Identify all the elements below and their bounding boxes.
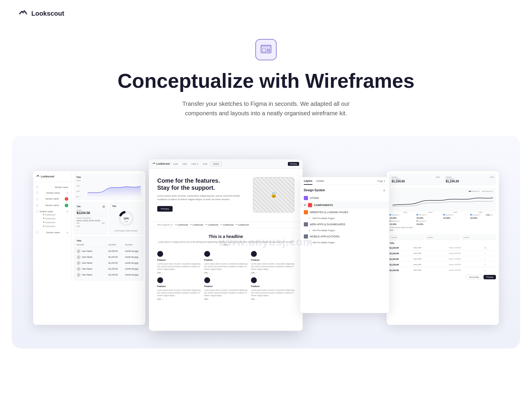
svg-rect-2 [262, 49, 266, 52]
sidebar-item-6[interactable]: Section name ∨ [33, 230, 71, 235]
sub-dot-4 [43, 226, 44, 227]
components-check: ✓ [304, 203, 306, 207]
billing-header-3: Header [462, 235, 496, 240]
avatar-4: ● [77, 267, 81, 271]
page-tab[interactable]: Page ∨ [377, 179, 385, 185]
sidebar-badge-1: ! [65, 197, 68, 201]
logo[interactable]: Lookscout [18, 8, 64, 19]
billing-header-label-3: Header [463, 236, 494, 238]
websites-label: WEBSITES & LANDING PAGES [310, 211, 348, 214]
donut-lorem: Lorem ipsum dolor sit amet. [112, 230, 140, 232]
col-empty [443, 220, 469, 222]
assets-tab[interactable]: Assets [316, 179, 324, 185]
layers-item-webapps[interactable]: WEB APPS & DASHBOARDS [300, 221, 389, 228]
layers-sub-webapps: ↳ 444 Pre-Made Pages [300, 228, 389, 233]
feature-3: Feature Lorem ipsum dolor sit amet, cons… [251, 251, 294, 274]
layers-item-mobile[interactable]: MOBILE APPLICATIONS [300, 233, 389, 240]
feature-icon-1 [157, 251, 163, 257]
feature-text-6: Lorem ipsum dolor sit amet, consectetur … [251, 289, 294, 297]
layers-item-atoms[interactable]: ATOMS [300, 194, 389, 202]
nav-btn-primary[interactable]: Primary [288, 162, 299, 166]
feature-1: Feature Lorem ipsum dolor sit amet, cons… [157, 251, 201, 274]
feature-icon-6 [251, 277, 257, 283]
features-grid: Feature Lorem ipsum dolor sit amet, cons… [157, 251, 294, 300]
nav-link-2[interactable]: Link [181, 162, 188, 166]
feature-link-4[interactable]: Link → [157, 298, 201, 300]
feature-link-3[interactable]: Link → [251, 272, 294, 274]
nav-link-1[interactable]: Link [172, 162, 179, 166]
nav-link-3[interactable]: Link ∨ [190, 162, 200, 166]
layers-tab[interactable]: Layers [304, 179, 312, 185]
supporter-4: Lookscout [220, 224, 233, 226]
hero-title: Conceptualize with Wireframes [18, 70, 514, 92]
card1-link[interactable]: Link → [77, 225, 105, 227]
sidebar-item-4[interactable]: Section name + [33, 202, 71, 209]
table-user-2: ● User Name [77, 255, 107, 259]
layers-section-title: Design System [304, 189, 325, 192]
billing-title: Title [390, 242, 496, 244]
feature-link-5[interactable]: Link → [204, 298, 248, 300]
data-row-2: 12.34% 12.34% [390, 223, 496, 225]
left-card-grid: Title ⊞ RANK $1234.56 NAME SUMMARY XXXX … [74, 202, 143, 234]
feature-link-1[interactable]: Link → [157, 272, 201, 274]
layers-add-button[interactable]: + [383, 188, 385, 193]
svg-rect-4 [267, 51, 270, 52]
billing-row-1: $1,234.56 Visa 1234 Expire 24/2032 ⊙ [390, 246, 496, 250]
feature-text-3: Lorem ipsum dolor sit amet, consectetur … [251, 262, 294, 270]
sidebar-item-3[interactable]: Section name ! [33, 196, 71, 202]
billing-amount-5: $1,234.56 [390, 269, 413, 271]
layers-item-components[interactable]: ✓ COMPONENTS [300, 202, 389, 209]
stat-value-2: $1,234.39 [446, 180, 494, 183]
billing-card-1: Visa 1234 [413, 247, 448, 249]
avatar-3: ● [77, 261, 81, 265]
center-screenshot: Lookscout Link Link Link ∨ Link Button P… [149, 159, 303, 331]
billing-card-3: Visa 1234 [413, 258, 448, 260]
data-row-1: 12.34% 12.34% 12.34% 12.34% [390, 217, 496, 219]
feature-link-6[interactable]: Link → [251, 298, 294, 300]
hero-icon-wrap [18, 39, 514, 60]
billing-amount-2: $1,234.56 [390, 252, 413, 255]
billing-section: Header Header Header Title $1,234.56 Vis [387, 235, 499, 279]
table-user-1: ● User Name [77, 249, 107, 253]
far-right-link[interactable]: Link → [390, 229, 496, 231]
hero-section: Conceptualize with Wireframes Transfer y… [0, 27, 532, 136]
sidebar-sub-2: Subsection [42, 217, 59, 221]
center-nav-logo: Lookscout [153, 162, 170, 165]
link-badge[interactable]: Link → [485, 214, 493, 216]
billing-icon-3: ○ [484, 258, 496, 260]
billing-amount-1: $1,234.56 [390, 247, 413, 249]
card-numbers: XXXX XXXX XXXX XXXX [77, 220, 105, 222]
billing-row-5: $1,234.56 Visa 1234 Expire 24/2032 ○ [390, 268, 496, 273]
feature-icon-5 [204, 277, 210, 283]
navigation: Lookscout [0, 0, 532, 27]
layers-item-websites[interactable]: WEBSITES & LANDING PAGES [300, 209, 389, 216]
sub-arrow-2: ↳ [309, 229, 311, 232]
atoms-icon [304, 196, 308, 200]
billing-row-3: $1,234.56 Visa 1234 Expire 24/2032 ○ [390, 257, 496, 262]
billing-expiry-2: Expire 26/2032 [449, 252, 484, 254]
stat-desc-1: Description [392, 178, 400, 180]
billing-amount-3: $1,234.56 [390, 258, 413, 260]
sidebar-item-2[interactable]: Section name ∨ [33, 190, 71, 196]
nav-btn-outline[interactable]: Button [211, 162, 221, 166]
table-row-5: ● User Name $1,234.50 month dd yyyy [77, 272, 140, 278]
sub-dot-1 [43, 214, 44, 215]
pagination-secondary[interactable]: Secondary [466, 275, 481, 279]
pagination-primary[interactable]: Primary [484, 275, 496, 279]
dot-gray-2 [416, 220, 418, 222]
avatar-5: ● [77, 273, 81, 277]
col-header-2: Header [108, 244, 124, 246]
sidebar-dot-5 [36, 210, 38, 213]
center-hero-left: Come for the features.Stay for the suppo… [157, 177, 247, 216]
avatar-1: ● [77, 249, 81, 253]
sidebar-item-5[interactable]: Section name ∨ Subsection Subsection [33, 209, 71, 230]
sidebar-item-1[interactable]: Section name [33, 184, 71, 190]
billing-header-label-1: Header [391, 236, 422, 238]
billing-header-2: Header [426, 235, 460, 240]
nav-link-4[interactable]: Link [202, 162, 209, 166]
feature-title-6: Feature [251, 285, 294, 288]
feature-link-2[interactable]: Link → [204, 272, 248, 274]
components-icon [308, 203, 312, 207]
center-hero-btn[interactable]: Primary [157, 206, 173, 212]
svg-text:Label: Label [124, 221, 128, 222]
